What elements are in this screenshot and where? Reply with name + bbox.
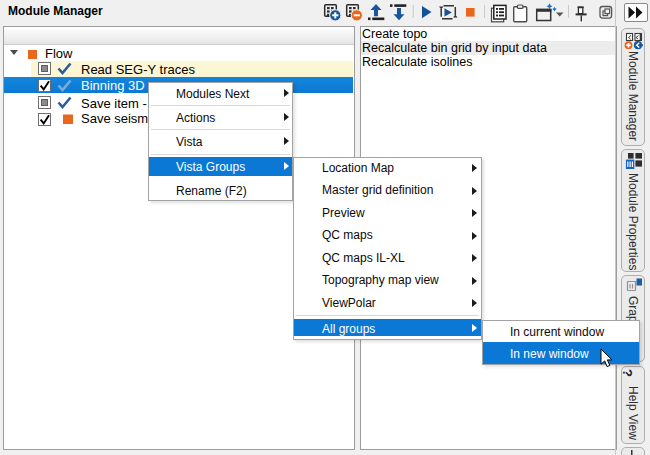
svg-text:?: ? bbox=[620, 369, 635, 377]
